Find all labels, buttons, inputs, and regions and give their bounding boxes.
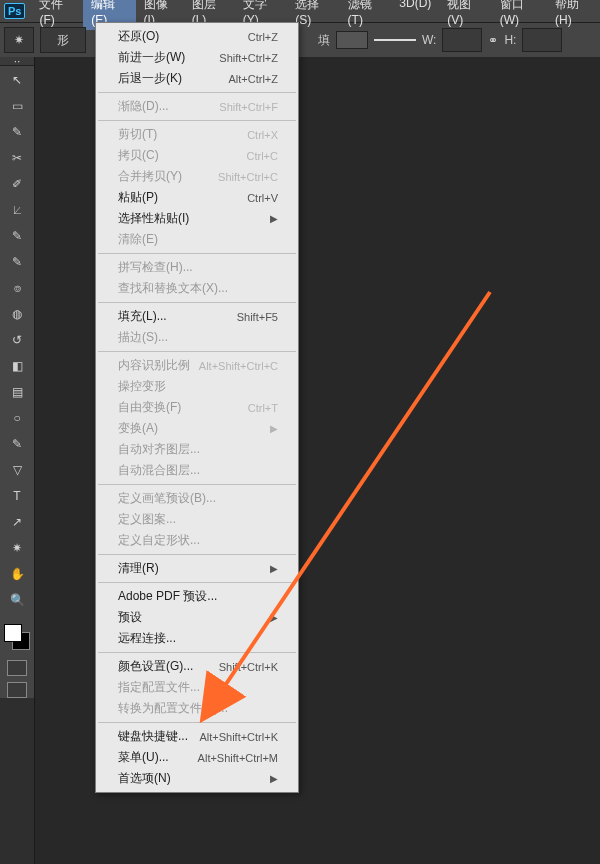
menubar-item-8[interactable]: 视图(V): [439, 0, 491, 30]
shape-mode-select[interactable]: 形: [40, 27, 86, 53]
h-label: H:: [504, 33, 516, 47]
menu-item: 操控变形: [96, 376, 298, 397]
menu-item[interactable]: 首选项(N)▶: [96, 768, 298, 789]
menu-item-shortcut: Ctrl+C: [247, 150, 278, 162]
menu-item[interactable]: 远程连接...: [96, 628, 298, 649]
menu-item[interactable]: 粘贴(P)Ctrl+V: [96, 187, 298, 208]
menu-item-label: 指定配置文件...: [118, 679, 200, 696]
menubar-item-6[interactable]: 滤镜(T): [340, 0, 392, 30]
menu-item[interactable]: 清理(R)▶: [96, 558, 298, 579]
menu-item-shortcut: Shift+F5: [237, 311, 278, 323]
menu-separator: [98, 120, 296, 121]
menu-item-label: 键盘快捷键...: [118, 728, 188, 745]
tool-2[interactable]: ✎: [5, 120, 29, 144]
tool-13[interactable]: ○: [5, 406, 29, 430]
menu-item-label: 定义自定形状...: [118, 532, 200, 549]
menu-separator: [98, 92, 296, 93]
tool-19[interactable]: ✋: [5, 562, 29, 586]
tool-12[interactable]: ▤: [5, 380, 29, 404]
screenmode-button[interactable]: [7, 682, 27, 698]
menu-separator: [98, 652, 296, 653]
tool-14[interactable]: ✎: [5, 432, 29, 456]
fill-swatch[interactable]: [336, 31, 368, 49]
submenu-arrow-icon: ▶: [270, 612, 278, 623]
menu-item: 自动对齐图层...: [96, 439, 298, 460]
menubar: Ps 文件(F)编辑(E)图像(I)图层(L)文字(Y)选择(S)滤镜(T)3D…: [0, 0, 600, 23]
tool-16[interactable]: T: [5, 484, 29, 508]
menu-item[interactable]: 菜单(U)...Alt+Shift+Ctrl+M: [96, 747, 298, 768]
menubar-item-7[interactable]: 3D(D): [391, 0, 439, 30]
menu-separator: [98, 722, 296, 723]
menu-item[interactable]: 还原(O)Ctrl+Z: [96, 26, 298, 47]
menu-item: 拷贝(C)Ctrl+C: [96, 145, 298, 166]
submenu-arrow-icon: ▶: [270, 563, 278, 574]
menu-item[interactable]: 选择性粘贴(I)▶: [96, 208, 298, 229]
menu-item[interactable]: 前进一步(W)Shift+Ctrl+Z: [96, 47, 298, 68]
tool-9[interactable]: ◍: [5, 302, 29, 326]
height-input[interactable]: [522, 28, 562, 52]
tool-20[interactable]: 🔍: [5, 588, 29, 612]
tool-15[interactable]: ▽: [5, 458, 29, 482]
menu-item-label: 颜色设置(G)...: [118, 658, 193, 675]
toolbox-handle[interactable]: ··: [0, 57, 34, 66]
link-icon[interactable]: ⚭: [488, 33, 498, 47]
fg-color[interactable]: [4, 624, 22, 642]
menu-item-label: 转换为配置文件(V)...: [118, 700, 228, 717]
tool-0[interactable]: ↖: [5, 68, 29, 92]
edit-menu-dropdown: 还原(O)Ctrl+Z前进一步(W)Shift+Ctrl+Z后退一步(K)Alt…: [95, 22, 299, 793]
menu-item-shortcut: Shift+Ctrl+C: [218, 171, 278, 183]
menu-item-shortcut: Ctrl+V: [247, 192, 278, 204]
tool-8[interactable]: ⌾: [5, 276, 29, 300]
menu-item[interactable]: 键盘快捷键...Alt+Shift+Ctrl+K: [96, 726, 298, 747]
app-logo: Ps: [4, 2, 25, 20]
color-swatches[interactable]: [4, 624, 30, 650]
menu-item-label: 预设: [118, 609, 142, 626]
menu-item: 渐隐(D)...Shift+Ctrl+F: [96, 96, 298, 117]
tool-6[interactable]: ✎: [5, 224, 29, 248]
menu-item-shortcut: Shift+Ctrl+K: [219, 661, 278, 673]
tool-1[interactable]: ▭: [5, 94, 29, 118]
menu-item-label: 自动对齐图层...: [118, 441, 200, 458]
menu-item[interactable]: 颜色设置(G)...Shift+Ctrl+K: [96, 656, 298, 677]
menu-item[interactable]: 预设▶: [96, 607, 298, 628]
tool-5[interactable]: ⟀: [5, 198, 29, 222]
submenu-arrow-icon: ▶: [270, 773, 278, 784]
tool-7[interactable]: ✎: [5, 250, 29, 274]
menu-separator: [98, 302, 296, 303]
menubar-item-9[interactable]: 窗口(W): [492, 0, 547, 30]
menubar-item-0[interactable]: 文件(F): [31, 0, 83, 30]
tool-18[interactable]: ✷: [5, 536, 29, 560]
quickmask-button[interactable]: [7, 660, 27, 676]
tool-preset-icon[interactable]: ✷: [4, 27, 34, 53]
menu-item[interactable]: 后退一步(K)Alt+Ctrl+Z: [96, 68, 298, 89]
menu-item: 描边(S)...: [96, 327, 298, 348]
stroke-sample[interactable]: [374, 39, 416, 41]
menu-item-label: 填充(L)...: [118, 308, 167, 325]
tool-4[interactable]: ✐: [5, 172, 29, 196]
menu-item: 内容识别比例Alt+Shift+Ctrl+C: [96, 355, 298, 376]
menu-item-label: 后退一步(K): [118, 70, 182, 87]
menu-item: 定义自定形状...: [96, 530, 298, 551]
tool-10[interactable]: ↺: [5, 328, 29, 352]
menu-item[interactable]: Adobe PDF 预设...: [96, 586, 298, 607]
menubar-item-10[interactable]: 帮助(H): [547, 0, 600, 30]
menu-separator: [98, 484, 296, 485]
tool-3[interactable]: ✂: [5, 146, 29, 170]
menu-item-label: 变换(A): [118, 420, 158, 437]
menu-item-label: 自由变换(F): [118, 399, 181, 416]
menu-item-shortcut: Ctrl+T: [248, 402, 278, 414]
menu-item-label: 还原(O): [118, 28, 159, 45]
menu-separator: [98, 351, 296, 352]
menu-item-shortcut: Shift+Ctrl+F: [219, 101, 278, 113]
menu-item-label: 渐隐(D)...: [118, 98, 169, 115]
menu-item[interactable]: 填充(L)...Shift+F5: [96, 306, 298, 327]
menu-item-label: 定义图案...: [118, 511, 176, 528]
menu-item: 拼写检查(H)...: [96, 257, 298, 278]
tool-17[interactable]: ↗: [5, 510, 29, 534]
menu-item-label: 查找和替换文本(X)...: [118, 280, 228, 297]
menu-item-label: 拼写检查(H)...: [118, 259, 193, 276]
submenu-arrow-icon: ▶: [270, 213, 278, 224]
width-input[interactable]: [442, 28, 482, 52]
tool-11[interactable]: ◧: [5, 354, 29, 378]
menu-item-label: Adobe PDF 预设...: [118, 588, 217, 605]
